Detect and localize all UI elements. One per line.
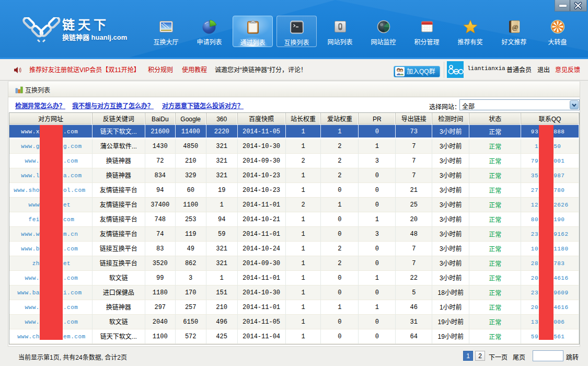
svg-text:@: @ [512, 23, 518, 31]
